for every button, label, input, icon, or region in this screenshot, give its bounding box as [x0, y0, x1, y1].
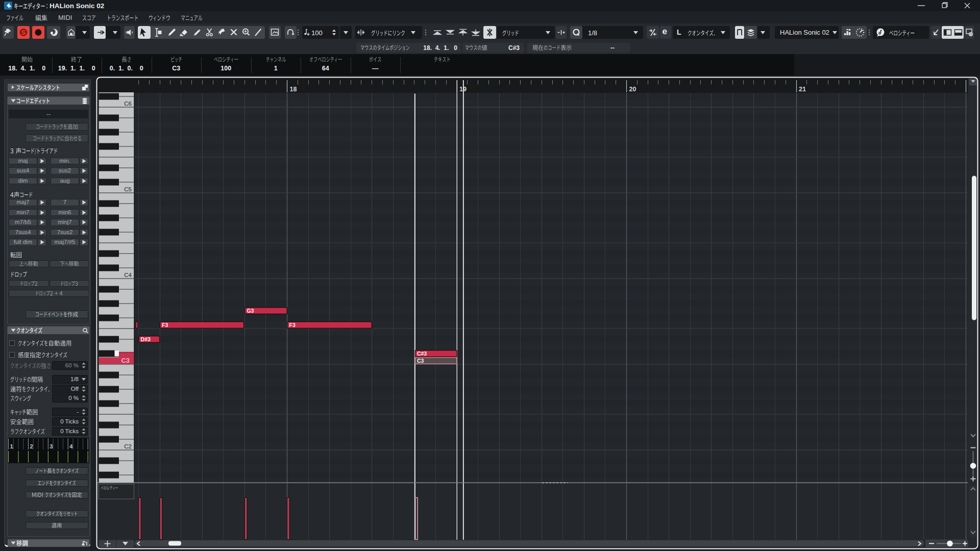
svg-text:F3: F3: [162, 322, 168, 328]
svg-text:G3: G3: [247, 308, 254, 314]
svg-text:C#3: C#3: [417, 350, 427, 357]
svg-text:21: 21: [799, 86, 806, 93]
svg-text:C2: C2: [124, 443, 132, 449]
svg-text:C3: C3: [121, 357, 130, 364]
svg-text:D#3: D#3: [141, 336, 151, 342]
svg-text:C5: C5: [124, 186, 132, 192]
svg-text:2: 2: [30, 443, 33, 449]
svg-text:S: S: [21, 29, 26, 36]
svg-text:18: 18: [290, 86, 297, 93]
svg-text:C3: C3: [417, 358, 424, 364]
svg-text:F3: F3: [289, 322, 296, 328]
svg-text:20: 20: [629, 86, 636, 93]
svg-text:1: 1: [10, 443, 13, 449]
svg-text:C6: C6: [124, 101, 132, 107]
svg-text:C4: C4: [124, 272, 132, 278]
svg-text:3: 3: [50, 443, 53, 449]
svg-text:4: 4: [69, 443, 73, 449]
